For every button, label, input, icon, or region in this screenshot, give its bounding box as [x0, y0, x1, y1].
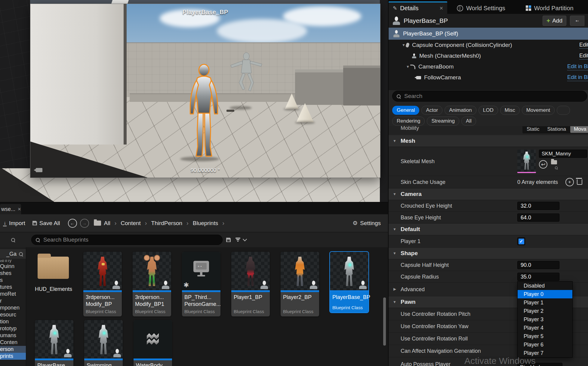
dropdown-item[interactable]: Player 1 [518, 298, 572, 307]
filter-chip-movement[interactable]: Movement [522, 106, 555, 115]
expand-arrow-icon[interactable]: ▼ [402, 43, 406, 47]
list-item[interactable]: erson [0, 346, 26, 353]
capsule-radius-input[interactable]: 35.0 [517, 273, 559, 281]
asset-card[interactable]: Swimming... [84, 320, 123, 366]
chevron-down-icon[interactable] [243, 237, 247, 241]
crouched-eye-height-input[interactable]: 32.0 [517, 202, 559, 210]
breadcrumb-thirdperson[interactable]: ThirdPerson [151, 220, 183, 227]
close-icon[interactable]: × [439, 5, 443, 12]
add-component-button[interactable]: + Add [543, 16, 566, 26]
filter-chip-animation[interactable]: Animation [445, 106, 476, 115]
list-item[interactable]: mponen [0, 304, 26, 311]
filter-chip-partial[interactable] [557, 106, 570, 115]
component-options-button[interactable]: ▪▫ [570, 16, 584, 26]
breadcrumb-all[interactable]: All [104, 220, 110, 227]
edit-in-blueprint-link[interactable]: Edit in Bl [567, 63, 588, 70]
grid-scrollbar[interactable] [383, 297, 386, 346]
content-browser-tab[interactable]: wse... × [0, 204, 21, 214]
breadcrumb-content[interactable]: Content [121, 220, 141, 227]
search-blueprints-field[interactable] [31, 235, 223, 245]
tab-world-partition[interactable]: World Partition [522, 2, 578, 14]
camera-icon[interactable] [36, 168, 42, 172]
settings-button[interactable]: ⚙ Settings [352, 220, 381, 227]
list-item[interactable]: Quinn [0, 263, 26, 270]
breadcrumb-blueprints[interactable]: Blueprints [193, 220, 218, 227]
player1-checkbox[interactable]: ✓ [517, 237, 525, 245]
edit-link[interactable]: Edit [579, 53, 588, 59]
filter-chip-lod[interactable]: LOD [479, 106, 498, 115]
mobility-segmented-control[interactable]: Static Stationa Mova [522, 126, 588, 133]
back-icon[interactable]: ← [68, 219, 77, 228]
dropdown-item[interactable]: Player 3 [518, 315, 572, 324]
component-row-self[interactable]: PlayerBase_BP (Self) [389, 28, 588, 40]
use-selected-icon[interactable]: ↩ [539, 160, 547, 169]
dropdown-item[interactable]: Player 2 [518, 307, 572, 315]
component-row-capsule[interactable]: ▼ Capsule Component (CollisionCylinder) … [389, 40, 588, 50]
list-item[interactable]: tion [0, 318, 26, 325]
mobility-movable[interactable]: Mova [570, 126, 588, 133]
save-all-button[interactable]: Save All [32, 220, 60, 227]
capsule-half-height-input[interactable]: 90.0 [517, 261, 559, 269]
component-row-followcamera[interactable]: FollowCamera Edit in Bl [389, 72, 588, 83]
list-item-selected[interactable]: prints [0, 353, 26, 360]
filter-chip-general[interactable]: General [392, 106, 419, 115]
jumping-mannequin[interactable] [225, 51, 267, 108]
search-blueprints-input[interactable] [43, 236, 200, 243]
filter-icon[interactable] [236, 238, 240, 242]
component-row-mesh[interactable]: Mesh (CharacterMesh0) Edit [389, 50, 588, 61]
filter-chip-streaming[interactable]: Streaming [427, 117, 459, 126]
asset-card-selected[interactable]: PlayerBase_BP Blueprint Class [330, 252, 368, 313]
dropdown-item[interactable]: Player 6 [518, 340, 572, 349]
asset-card[interactable]: PlayerBase_... [35, 320, 73, 366]
asset-card[interactable]: + • ✱ BP_Third...PersonGame... Blueprint… [182, 252, 220, 316]
delete-elements-icon[interactable] [577, 179, 582, 185]
asset-card[interactable]: WaterBody... [134, 320, 172, 366]
skeletal-mesh-thumbnail[interactable] [517, 150, 536, 173]
import-button[interactable]: ↓ Import [3, 220, 25, 227]
filter-chip-misc[interactable]: Misc [500, 106, 520, 115]
details-search-input[interactable] [404, 93, 573, 100]
mobility-stationary[interactable]: Stationa [544, 126, 570, 133]
dropdown-item[interactable]: Disabled [518, 282, 572, 290]
section-default[interactable]: ▼ Default [389, 224, 588, 235]
save-search-icon[interactable] [226, 238, 231, 242]
edit-link[interactable]: Edit [579, 42, 588, 49]
section-camera[interactable]: ▼ Camera [389, 188, 588, 200]
sidebar-mini-search[interactable]: _Ga [0, 249, 26, 259]
sidebar-search-icon[interactable] [11, 238, 15, 242]
asset-folder-tile[interactable]: HUD_Elements [35, 254, 72, 292]
dropdown-item[interactable]: Player 5 [518, 332, 572, 340]
section-mesh[interactable]: ▼ Mesh [389, 135, 588, 147]
details-search-field[interactable] [392, 91, 587, 102]
blueprint-viewport-window[interactable]: PlayerBase_BP 90.000000 ° [30, 4, 380, 178]
list-item[interactable]: s [0, 277, 26, 284]
list-item[interactable]: esourc [0, 311, 26, 318]
close-icon[interactable]: × [18, 206, 21, 212]
list-item[interactable]: rototyp [0, 325, 26, 332]
dropdown-item-selected[interactable]: Player 0 [518, 290, 572, 298]
add-element-icon[interactable]: + [565, 178, 574, 186]
component-row-cameraboom[interactable]: ▼ CameraBoom Edit in Bl [389, 61, 588, 72]
mobility-static[interactable]: Static [523, 126, 543, 133]
list-item[interactable]: tures [0, 284, 26, 291]
list-item[interactable]: shes [0, 270, 26, 277]
asset-card[interactable]: 3rdperson...Modify_BP1 Blueprint Class [133, 252, 171, 316]
list-item[interactable]: moRet [0, 291, 26, 297]
forward-icon[interactable]: → [80, 219, 89, 228]
selected-player-mannequin[interactable] [184, 62, 223, 161]
list-item[interactable]: Conten [0, 339, 26, 346]
asset-card[interactable]: Player2_BP Blueprint Class [281, 252, 319, 316]
filter-chip-rendering[interactable]: Rendering [392, 117, 425, 126]
asset-card[interactable]: 3rdperson...Modify_BP Blueprint Class [83, 252, 122, 316]
browse-to-asset-icon[interactable] [551, 160, 557, 169]
tab-world-settings[interactable]: World Settings [453, 2, 509, 14]
skeletal-mesh-select[interactable]: SKM_Manny [539, 150, 587, 158]
filter-chip-all[interactable]: All [461, 117, 476, 126]
edit-in-blueprint-link[interactable]: Edit in Bl [567, 74, 588, 81]
tab-details[interactable]: ✎ Details × [389, 2, 447, 14]
dropdown-item[interactable]: Player 4 [518, 324, 572, 332]
base-eye-height-input[interactable]: 64.0 [517, 214, 559, 222]
list-item[interactable]: anny [0, 260, 26, 263]
asset-card[interactable]: Player1_BP Blueprint Class [231, 252, 270, 316]
list-item[interactable]: umans [0, 332, 26, 339]
